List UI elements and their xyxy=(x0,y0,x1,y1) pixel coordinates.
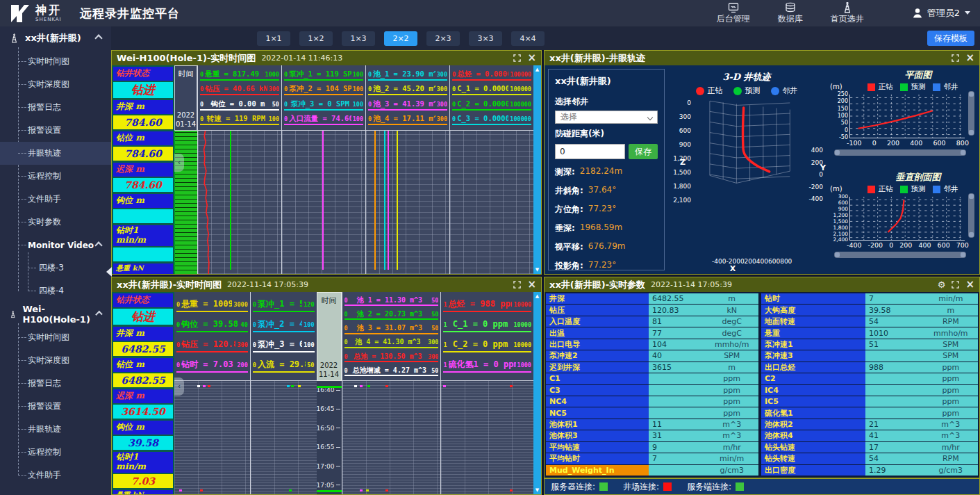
sidebar-well-group: xx井(新井眼) 实时时间图 实时 xyxy=(0,26,111,302)
data-dot xyxy=(287,385,290,387)
sidebar-group-header[interactable]: xx井(新井眼) xyxy=(0,26,111,50)
layout-button[interactable]: 1×3 xyxy=(342,31,375,46)
layout-button[interactable]: 2×3 xyxy=(426,31,460,46)
param-label: 钻位 m xyxy=(113,358,173,372)
sidebar-item[interactable]: 远程控制 xyxy=(0,165,111,188)
panel-datetime: 2022-11-14 17:05:39 xyxy=(227,280,308,289)
logo-cn: 神开 xyxy=(35,5,62,16)
x-axis-label: X xyxy=(667,264,798,273)
close-icon[interactable]: × xyxy=(527,279,536,290)
time-tick: 16:55 xyxy=(317,444,340,451)
layout-button[interactable]: 4×4 xyxy=(511,31,545,46)
collapse-tab[interactable]: ‹ xyxy=(174,378,184,396)
scroll-up-icon[interactable]: ▲ xyxy=(535,293,539,299)
curve-header: 0C_3 = 0.0000100000 xyxy=(452,115,531,125)
curve-track-header: 0池_1 = 11.30 m^350 0池_2 = 20.73 m^350 0池… xyxy=(342,292,441,381)
param-column: 钻井状态 钻进 井深 m 784.60 xyxy=(112,65,174,274)
collapse-tab[interactable]: ‹ xyxy=(174,154,184,172)
sidebar-item[interactable]: 文件助手 xyxy=(0,188,111,211)
vertical-scrollbar[interactable] xyxy=(968,91,974,136)
chart-scrollbar[interactable]: ▲▼ xyxy=(533,65,541,274)
sidebar-item[interactable]: 井眼轨迹 xyxy=(0,142,111,165)
vertical-scrollbar[interactable] xyxy=(968,193,974,238)
layout-button[interactable]: 2×2 xyxy=(384,31,417,46)
param-name-cell: IC5 xyxy=(761,396,865,407)
sidebar-collapse-handle[interactable] xyxy=(106,267,112,277)
layout-button[interactable]: 3×3 xyxy=(469,31,502,46)
sidebar-item[interactable]: 实时深度图 xyxy=(0,349,111,372)
param-name-cell: 出温 xyxy=(546,327,649,339)
sidebar-item[interactable]: 实时参数 xyxy=(0,211,111,234)
curve-header: 0池_2 = 45.20 m^3300 xyxy=(368,85,447,95)
data-dot xyxy=(298,385,301,387)
gear-icon[interactable]: ⚙ xyxy=(938,280,946,289)
save-distance-button[interactable]: 保存 xyxy=(629,144,658,159)
layout-button[interactable]: 1×2 xyxy=(299,31,333,46)
curve-header: 0C_1 = 0.0000100000 xyxy=(452,85,531,95)
param-box: 钻井状态 钻进 xyxy=(113,293,173,325)
sidebar-item[interactable]: 文件助手 xyxy=(0,464,111,487)
plot-area: 3006009001,2001,5001,8002,1002,400 xyxy=(849,197,965,241)
sidebar-item[interactable]: 报警日志 xyxy=(0,96,111,119)
panel-title: xx井(新井眼)-井眼轨迹 xyxy=(549,52,645,65)
sidebar-subitem[interactable]: 四楼-4 xyxy=(0,279,111,302)
horizontal-scrollbar[interactable] xyxy=(834,149,966,156)
nav-label: 首页选井 xyxy=(831,14,864,24)
save-template-button[interactable]: 保存模板 xyxy=(927,31,974,46)
param-name-cell: 大钩高度 xyxy=(761,305,865,316)
curve-header: 0池_3 = 31.07 m^350 xyxy=(344,324,439,334)
collision-distance-input[interactable]: 0 xyxy=(555,144,625,159)
close-icon[interactable]: × xyxy=(527,53,536,63)
collision-distance-label: 防碰距离(米) xyxy=(555,128,658,140)
sidebar-group-header[interactable]: Wei-H100(Hole-1) xyxy=(0,302,111,326)
tick-label: 1,500 xyxy=(673,169,691,176)
close-icon[interactable]: × xyxy=(965,53,974,63)
expand-icon[interactable] xyxy=(952,54,959,62)
time-ticks: 16:4016:4516:5016:5517:0017:05 xyxy=(317,387,340,489)
sidebar-subitem[interactable]: 四楼-3 xyxy=(0,257,111,279)
user-name: 管理员2 xyxy=(927,7,960,19)
nav-database[interactable]: 数据库 xyxy=(778,2,803,24)
sidebar-item[interactable]: 报警日志 xyxy=(0,372,111,395)
legend-swatch xyxy=(867,83,875,91)
panel-header-actions: × xyxy=(952,53,974,63)
legend-item: 邻井 xyxy=(933,82,958,92)
expand-icon[interactable] xyxy=(513,281,521,289)
layout-button[interactable]: 1×1 xyxy=(257,31,290,46)
close-icon[interactable]: × xyxy=(965,279,974,290)
expand-icon[interactable] xyxy=(952,281,959,289)
page-title: 远程录井监控平台 xyxy=(80,6,180,22)
chart-scrollbar[interactable]: ▲▼ xyxy=(533,292,541,494)
expand-icon[interactable] xyxy=(513,54,521,62)
nav-backend-admin[interactable]: 后台管理 xyxy=(717,2,750,24)
layout-toolbar: 1×1 1×2 1×3 2×2 2×3 3×3 4×4 保存模板 xyxy=(111,26,980,50)
trajectory-side-charts: 平面图 (m) 正钻 xyxy=(829,69,976,270)
sidebar-item[interactable]: 远程控制 xyxy=(0,441,111,464)
sidebar-item[interactable]: 报警设置 xyxy=(0,395,111,418)
data-dot xyxy=(510,489,513,492)
top-nav: 后台管理 数据库 首页选井 管理员2 xyxy=(717,2,970,24)
param-value-cell: 81degC xyxy=(649,316,761,327)
param-label: 钩位 m xyxy=(113,194,173,208)
tick-label: 0 xyxy=(872,139,877,147)
sidebar-item[interactable]: 报警设置 xyxy=(0,119,111,142)
neighbor-well-select[interactable]: 选择 xyxy=(555,111,658,124)
nav-well-select[interactable]: 首页选井 xyxy=(831,2,864,24)
time-tick: 17:05 xyxy=(317,482,340,489)
time-tick: 16:45 xyxy=(317,405,340,412)
sidebar-item[interactable]: 实时时间图 xyxy=(0,50,111,73)
sidebar-item[interactable]: 井眼轨迹 xyxy=(0,418,111,441)
user-menu[interactable]: 管理员2 xyxy=(911,7,970,19)
sidebar-item[interactable]: 实时深度图 xyxy=(0,73,111,96)
time-tick: 16:50 xyxy=(317,425,340,432)
param-value-cell: 77degC xyxy=(649,327,761,339)
sidebar-item[interactable]: Monitor Video xyxy=(0,234,111,257)
panel-title: xx井(新井眼)-实时参数 xyxy=(549,279,645,291)
horizontal-scrollbar[interactable] xyxy=(834,252,966,258)
scroll-up-icon[interactable]: ▲ xyxy=(535,67,539,72)
scroll-down-icon[interactable]: ▼ xyxy=(535,487,539,493)
chevron-down-icon xyxy=(647,114,653,120)
sidebar-item[interactable]: 实时时间图 xyxy=(0,326,111,349)
scroll-down-icon[interactable]: ▼ xyxy=(535,267,539,273)
curve-track-drilling: 0悬重 = 1009.7 kN3000 0钩位 = 39.58 m40 0钻压 … xyxy=(174,292,250,494)
